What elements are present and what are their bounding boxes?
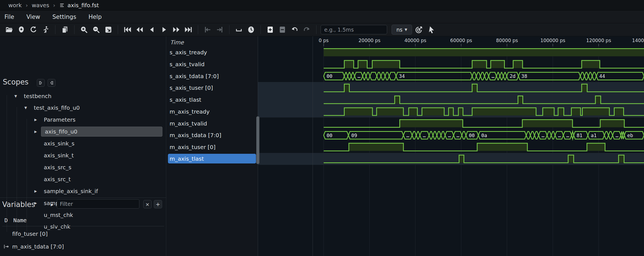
- open-folder-icon[interactable]: [4, 24, 14, 35]
- bus-value: …: [456, 133, 459, 138]
- signal-row-s_axis_tlast[interactable]: s_axis_tlast: [166, 94, 258, 106]
- panel-divider: [0, 198, 166, 198]
- zoom-in-icon[interactable]: [79, 24, 89, 35]
- run-icon[interactable]: [40, 24, 51, 35]
- bus-value: …: [558, 133, 561, 138]
- scopes-expand-icon[interactable]: [37, 79, 45, 87]
- chevron-right-icon[interactable]: ▶: [34, 118, 37, 122]
- variable-item-m_axis_tlast[interactable]: m_axis_tlast: [0, 253, 166, 256]
- breadcrumb-waves[interactable]: waves: [32, 2, 49, 9]
- cursor-marker-icon[interactable]: [234, 24, 244, 35]
- chevron-right-icon[interactable]: ▶: [34, 189, 37, 193]
- goto-time-input[interactable]: [321, 25, 387, 34]
- scope-tree-item-axis_src_s[interactable]: axis_src_s: [0, 161, 166, 173]
- reload-icon[interactable]: [28, 24, 39, 35]
- scope-tree-item-Parameters[interactable]: ▶Parameters: [0, 114, 166, 126]
- bus-cell: [584, 72, 588, 80]
- signal-row-m_axis_tready[interactable]: m_axis_tready: [166, 106, 258, 118]
- fast-forward-icon[interactable]: [171, 24, 182, 35]
- axis-tick-label: 60000 ps: [450, 38, 472, 43]
- scope-tree-item-axis_sink_s[interactable]: axis_sink_s: [0, 138, 166, 150]
- fast-backward-icon[interactable]: [134, 24, 145, 35]
- names-scrollbar-thumb[interactable]: [256, 116, 259, 164]
- scope-tree-item-test_axis_fifo_u0[interactable]: ▼test_axis_fifo_u0: [0, 102, 166, 114]
- bus-cell: [604, 131, 609, 139]
- signal-label: m_axis_tuser [0]: [170, 144, 216, 150]
- next-transition-icon: [214, 24, 225, 35]
- scope-label: axis_sink_s: [44, 140, 75, 147]
- add-box-icon[interactable]: [265, 24, 275, 35]
- signal-row-s_axis_tdata[interactable]: s_axis_tdata [7:0]: [166, 70, 258, 82]
- toolbar-separator: [260, 25, 261, 34]
- target-icon[interactable]: [414, 24, 424, 35]
- breadcrumb-work[interactable]: work: [8, 2, 22, 9]
- undo-icon[interactable]: [289, 24, 300, 35]
- filter-clear-icon[interactable]: ×: [143, 200, 152, 208]
- time-unit-select[interactable]: ns▼: [392, 25, 412, 35]
- bus-cell: [351, 72, 354, 80]
- axis-tick-label: 140000 ps: [632, 38, 644, 43]
- skip-end-icon[interactable]: [183, 24, 194, 35]
- signal-name-panel: Time s_axis_treadys_axis_tvalids_axis_td…: [166, 36, 258, 256]
- open-file-title: axis_fifo.fst: [68, 2, 99, 9]
- download-icon[interactable]: [16, 24, 27, 35]
- toolbar-separator: [229, 25, 229, 34]
- copy-icon[interactable]: [60, 24, 70, 35]
- axis-tick-label: 20000 ps: [359, 38, 380, 43]
- scopes-title: Scopes: [3, 78, 29, 86]
- scope-tree-item-testbench[interactable]: ▼testbench: [0, 90, 166, 102]
- signal-row-s_axis_tvalid[interactable]: s_axis_tvalid: [166, 58, 258, 70]
- menu-item-settings[interactable]: Settings: [52, 14, 76, 20]
- menu-item-help[interactable]: Help: [88, 14, 102, 20]
- clock-icon[interactable]: [246, 24, 256, 35]
- toolbar-separator: [316, 25, 316, 34]
- bus-value: …: [615, 133, 619, 138]
- time-column-header: Time: [170, 39, 184, 46]
- redo-icon: [301, 24, 312, 35]
- scopes-collapse-icon[interactable]: [48, 79, 55, 87]
- chevron-down-icon[interactable]: ▼: [14, 94, 17, 98]
- high-fill: [395, 96, 400, 104]
- toolbar-separator: [55, 25, 55, 34]
- chevron-down-icon[interactable]: ▼: [24, 106, 27, 110]
- signal-row-m_axis_tvalid[interactable]: m_axis_tvalid: [166, 117, 258, 129]
- zoom-fit-icon[interactable]: [103, 24, 114, 35]
- bus-value: 34: [399, 73, 405, 79]
- bus-cell: [496, 72, 500, 80]
- menu-item-file[interactable]: File: [4, 14, 14, 20]
- high-fill: [619, 155, 624, 163]
- signal-row-m_axis_tlast[interactable]: m_axis_tlast: [168, 154, 256, 163]
- signal-label: s_axis_tready: [170, 49, 207, 56]
- scope-tree-item-axis_src_t[interactable]: axis_src_t: [0, 173, 166, 185]
- toolbar-separator: [118, 25, 118, 34]
- waveform-canvas[interactable]: 0 ps20000 ps40000 ps60000 ps80000 ps1000…: [313, 36, 644, 256]
- play-icon[interactable]: [159, 24, 169, 35]
- scope-tree-item-sample_axis_sink_if[interactable]: ▶sample_axis_sink_if: [0, 185, 166, 197]
- high-fill: [472, 84, 477, 92]
- signal-row-m_axis_tuser[interactable]: m_axis_tuser [0]: [166, 141, 258, 153]
- variable-item-fifo_tuser[interactable]: fifo_tuser [0]: [0, 227, 166, 240]
- menu-item-view[interactable]: View: [26, 14, 40, 20]
- filter-input[interactable]: [57, 199, 139, 209]
- signal-row-m_axis_tdata[interactable]: m_axis_tdata [7:0]: [166, 129, 258, 141]
- signal-row-s_axis_tready[interactable]: s_axis_tready: [166, 47, 258, 58]
- bus-cell: [484, 72, 489, 80]
- skip-start-icon[interactable]: [122, 24, 133, 35]
- scope-tree-item-axis_sink_t[interactable]: axis_sink_t: [0, 150, 166, 162]
- high-fill: [372, 60, 400, 68]
- signal-row-s_axis_tuser[interactable]: s_axis_tuser [0]: [166, 82, 258, 94]
- zoom-out-icon[interactable]: [91, 24, 101, 35]
- pointer-icon[interactable]: [426, 24, 436, 35]
- scope-label: axis_src_s: [44, 164, 71, 171]
- variable-item-m_axis_tdata[interactable]: m_axis_tdata [7:0]: [0, 240, 166, 253]
- axis-tick-label: 80000 ps: [496, 38, 518, 43]
- signal-label: s_axis_tvalid: [170, 61, 205, 68]
- scope-tree-item-axis_fifo_u0[interactable]: ▶axis_fifo_u0: [0, 126, 166, 138]
- step-backward-icon[interactable]: [147, 24, 157, 35]
- chevron-right-icon[interactable]: ▶: [34, 130, 37, 134]
- high-fill: [582, 60, 600, 68]
- bus-cell: [437, 131, 441, 139]
- add-variable-icon[interactable]: +: [154, 200, 162, 208]
- variables-expander-icon[interactable]: ▶: [51, 203, 53, 207]
- names-values-splitter[interactable]: [258, 36, 258, 256]
